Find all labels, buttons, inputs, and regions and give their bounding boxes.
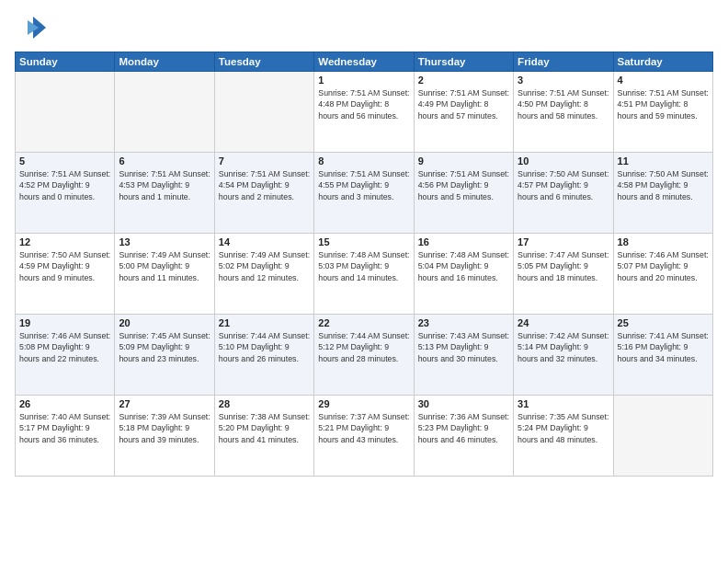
logo-icon — [15, 11, 48, 44]
day-info: Sunrise: 7:39 AM Sunset: 5:18 PM Dayligh… — [119, 411, 210, 445]
calendar-cell: 31Sunrise: 7:35 AM Sunset: 5:24 PM Dayli… — [514, 396, 613, 477]
day-number: 29 — [318, 398, 409, 409]
day-number: 22 — [318, 317, 409, 328]
day-info: Sunrise: 7:40 AM Sunset: 5:17 PM Dayligh… — [19, 411, 110, 445]
calendar-cell: 25Sunrise: 7:41 AM Sunset: 5:16 PM Dayli… — [613, 315, 712, 396]
calendar-cell — [16, 72, 115, 153]
day-info: Sunrise: 7:42 AM Sunset: 5:14 PM Dayligh… — [518, 330, 609, 364]
day-info: Sunrise: 7:46 AM Sunset: 5:07 PM Dayligh… — [618, 249, 709, 283]
weekday-header-wednesday: Wednesday — [314, 52, 414, 72]
day-info: Sunrise: 7:45 AM Sunset: 5:09 PM Dayligh… — [119, 330, 210, 364]
calendar-cell: 14Sunrise: 7:49 AM Sunset: 5:02 PM Dayli… — [214, 234, 313, 315]
calendar-cell: 1Sunrise: 7:51 AM Sunset: 4:48 PM Daylig… — [314, 72, 414, 153]
day-number: 4 — [618, 75, 709, 86]
calendar-cell: 22Sunrise: 7:44 AM Sunset: 5:12 PM Dayli… — [314, 315, 414, 396]
day-number: 15 — [318, 236, 409, 247]
day-info: Sunrise: 7:51 AM Sunset: 4:49 PM Dayligh… — [418, 87, 509, 121]
weekday-header-sunday: Sunday — [16, 52, 115, 72]
calendar-cell: 27Sunrise: 7:39 AM Sunset: 5:18 PM Dayli… — [115, 396, 214, 477]
calendar-cell: 23Sunrise: 7:43 AM Sunset: 5:13 PM Dayli… — [414, 315, 513, 396]
calendar-cell: 7Sunrise: 7:51 AM Sunset: 4:54 PM Daylig… — [214, 153, 313, 234]
day-number: 18 — [618, 236, 709, 247]
calendar-cell: 12Sunrise: 7:50 AM Sunset: 4:59 PM Dayli… — [16, 234, 115, 315]
day-info: Sunrise: 7:37 AM Sunset: 5:21 PM Dayligh… — [318, 411, 409, 445]
day-number: 24 — [518, 317, 609, 328]
calendar-cell: 2Sunrise: 7:51 AM Sunset: 4:49 PM Daylig… — [414, 72, 513, 153]
day-info: Sunrise: 7:50 AM Sunset: 4:57 PM Dayligh… — [518, 168, 609, 202]
day-number: 23 — [418, 317, 509, 328]
calendar-cell: 26Sunrise: 7:40 AM Sunset: 5:17 PM Dayli… — [16, 396, 115, 477]
day-number: 11 — [618, 155, 709, 167]
weekday-header-monday: Monday — [115, 52, 214, 72]
day-number: 20 — [119, 317, 210, 328]
calendar-cell: 3Sunrise: 7:51 AM Sunset: 4:50 PM Daylig… — [514, 72, 613, 153]
calendar-cell: 24Sunrise: 7:42 AM Sunset: 5:14 PM Dayli… — [514, 315, 613, 396]
calendar-week-row: 1Sunrise: 7:51 AM Sunset: 4:48 PM Daylig… — [16, 72, 713, 153]
calendar-cell: 6Sunrise: 7:51 AM Sunset: 4:53 PM Daylig… — [115, 153, 214, 234]
weekday-header-tuesday: Tuesday — [214, 52, 313, 72]
day-number: 25 — [618, 317, 709, 328]
calendar-cell: 18Sunrise: 7:46 AM Sunset: 5:07 PM Dayli… — [613, 234, 712, 315]
logo — [15, 11, 51, 44]
day-info: Sunrise: 7:35 AM Sunset: 5:24 PM Dayligh… — [518, 411, 609, 445]
day-number: 5 — [19, 155, 110, 167]
calendar-cell: 21Sunrise: 7:44 AM Sunset: 5:10 PM Dayli… — [214, 315, 313, 396]
calendar-cell: 9Sunrise: 7:51 AM Sunset: 4:56 PM Daylig… — [414, 153, 513, 234]
calendar-cell: 19Sunrise: 7:46 AM Sunset: 5:08 PM Dayli… — [16, 315, 115, 396]
day-info: Sunrise: 7:49 AM Sunset: 5:02 PM Dayligh… — [219, 249, 310, 283]
calendar-cell — [214, 72, 313, 153]
day-number: 13 — [119, 236, 210, 247]
day-info: Sunrise: 7:50 AM Sunset: 4:58 PM Dayligh… — [618, 168, 709, 202]
day-number: 7 — [219, 155, 310, 167]
day-info: Sunrise: 7:49 AM Sunset: 5:00 PM Dayligh… — [119, 249, 210, 283]
day-number: 10 — [518, 155, 609, 167]
day-info: Sunrise: 7:36 AM Sunset: 5:23 PM Dayligh… — [418, 411, 509, 445]
day-number: 12 — [19, 236, 110, 247]
calendar-cell: 30Sunrise: 7:36 AM Sunset: 5:23 PM Dayli… — [414, 396, 513, 477]
calendar-cell: 17Sunrise: 7:47 AM Sunset: 5:05 PM Dayli… — [514, 234, 613, 315]
day-info: Sunrise: 7:51 AM Sunset: 4:54 PM Dayligh… — [219, 168, 310, 202]
day-number: 26 — [19, 398, 110, 409]
day-number: 21 — [219, 317, 310, 328]
calendar-week-row: 12Sunrise: 7:50 AM Sunset: 4:59 PM Dayli… — [16, 234, 713, 315]
day-number: 16 — [418, 236, 509, 247]
calendar-cell: 16Sunrise: 7:48 AM Sunset: 5:04 PM Dayli… — [414, 234, 513, 315]
day-number: 6 — [119, 155, 210, 167]
weekday-header-friday: Friday — [514, 52, 613, 72]
day-number: 27 — [119, 398, 210, 409]
day-number: 28 — [219, 398, 310, 409]
day-number: 19 — [19, 317, 110, 328]
day-info: Sunrise: 7:50 AM Sunset: 4:59 PM Dayligh… — [19, 249, 110, 283]
day-info: Sunrise: 7:51 AM Sunset: 4:50 PM Dayligh… — [518, 87, 609, 121]
header — [15, 11, 713, 44]
day-info: Sunrise: 7:38 AM Sunset: 5:20 PM Dayligh… — [219, 411, 310, 445]
day-info: Sunrise: 7:51 AM Sunset: 4:56 PM Dayligh… — [418, 168, 509, 202]
day-number: 30 — [418, 398, 509, 409]
calendar-cell: 11Sunrise: 7:50 AM Sunset: 4:58 PM Dayli… — [613, 153, 712, 234]
day-info: Sunrise: 7:46 AM Sunset: 5:08 PM Dayligh… — [19, 330, 110, 364]
day-info: Sunrise: 7:41 AM Sunset: 5:16 PM Dayligh… — [618, 330, 709, 364]
calendar-cell: 4Sunrise: 7:51 AM Sunset: 4:51 PM Daylig… — [613, 72, 712, 153]
calendar: SundayMondayTuesdayWednesdayThursdayFrid… — [15, 52, 713, 477]
day-info: Sunrise: 7:43 AM Sunset: 5:13 PM Dayligh… — [418, 330, 509, 364]
day-number: 14 — [219, 236, 310, 247]
day-number: 3 — [518, 75, 609, 86]
day-number: 9 — [418, 155, 509, 167]
day-info: Sunrise: 7:51 AM Sunset: 4:48 PM Dayligh… — [318, 87, 409, 121]
day-info: Sunrise: 7:51 AM Sunset: 4:52 PM Dayligh… — [19, 168, 110, 202]
calendar-cell — [613, 396, 712, 477]
calendar-cell: 13Sunrise: 7:49 AM Sunset: 5:00 PM Dayli… — [115, 234, 214, 315]
day-info: Sunrise: 7:51 AM Sunset: 4:53 PM Dayligh… — [119, 168, 210, 202]
calendar-cell: 5Sunrise: 7:51 AM Sunset: 4:52 PM Daylig… — [16, 153, 115, 234]
day-info: Sunrise: 7:44 AM Sunset: 5:12 PM Dayligh… — [318, 330, 409, 364]
calendar-cell: 8Sunrise: 7:51 AM Sunset: 4:55 PM Daylig… — [314, 153, 414, 234]
page: SundayMondayTuesdayWednesdayThursdayFrid… — [0, 0, 728, 563]
day-info: Sunrise: 7:47 AM Sunset: 5:05 PM Dayligh… — [518, 249, 609, 283]
day-number: 2 — [418, 75, 509, 86]
weekday-header-saturday: Saturday — [613, 52, 712, 72]
calendar-week-row: 5Sunrise: 7:51 AM Sunset: 4:52 PM Daylig… — [16, 153, 713, 234]
day-number: 1 — [318, 75, 409, 86]
calendar-cell: 20Sunrise: 7:45 AM Sunset: 5:09 PM Dayli… — [115, 315, 214, 396]
calendar-cell: 10Sunrise: 7:50 AM Sunset: 4:57 PM Dayli… — [514, 153, 613, 234]
day-info: Sunrise: 7:48 AM Sunset: 5:04 PM Dayligh… — [418, 249, 509, 283]
